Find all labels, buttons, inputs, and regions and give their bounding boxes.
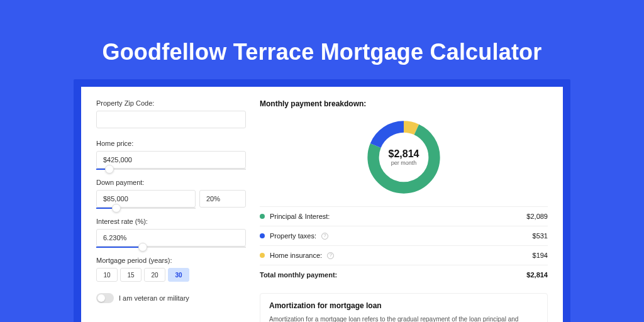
legend-row: Property taxes:?$531 [260, 226, 548, 245]
down-payment-slider-thumb[interactable] [112, 204, 121, 213]
legend-dot [260, 214, 265, 219]
calculator-card: Property Zip Code: Home price: Down paym… [81, 87, 563, 322]
home-price-slider-thumb[interactable] [105, 165, 114, 174]
legend-label: Principal & Interest: [270, 213, 330, 220]
legend-total-label: Total monthly payment: [260, 271, 337, 279]
interest-rate-group: Interest rate (%): [96, 218, 246, 248]
amortization-title: Amortization for mortgage loan [269, 301, 538, 310]
legend-dot [260, 253, 265, 258]
period-option-30[interactable]: 30 [168, 268, 189, 282]
form-column: Property Zip Code: Home price: Down paym… [96, 99, 246, 322]
zip-input[interactable] [96, 111, 246, 128]
legend-label: Home insurance: [270, 252, 322, 259]
interest-rate-slider-thumb[interactable] [138, 243, 147, 252]
home-price-group: Home price: [96, 140, 246, 170]
period-option-10[interactable]: 10 [96, 268, 118, 282]
interest-rate-input[interactable] [96, 229, 246, 247]
interest-rate-slider[interactable] [96, 247, 246, 248]
legend-total-value: $2,814 [526, 271, 548, 279]
zip-label: Property Zip Code: [96, 99, 246, 107]
donut-amount: $2,814 [389, 148, 419, 160]
breakdown-column: Monthly payment breakdown: $2,814 per mo… [260, 99, 548, 322]
info-icon[interactable]: ? [321, 233, 328, 240]
donut-chart: $2,814 per month [364, 117, 444, 197]
veteran-toggle-knob [97, 294, 105, 302]
breakdown-title: Monthly payment breakdown: [260, 99, 548, 108]
period-group: Mortgage period (years): 10152030 [96, 257, 246, 282]
period-option-15[interactable]: 15 [120, 268, 142, 282]
interest-rate-slider-fill [96, 247, 143, 248]
legend-row: Principal & Interest:$2,089 [260, 207, 548, 226]
donut-wrap: $2,814 per month [260, 117, 548, 197]
veteran-label: I am veteran or military [119, 294, 189, 302]
down-payment-group: Down payment: [96, 179, 246, 209]
veteran-toggle[interactable] [96, 293, 114, 303]
interest-rate-label: Interest rate (%): [96, 218, 246, 225]
down-payment-label: Down payment: [96, 179, 246, 186]
period-label: Mortgage period (years): [96, 257, 246, 264]
zip-group: Property Zip Code: [96, 99, 246, 128]
home-price-slider[interactable] [96, 169, 246, 170]
legend-label: Property taxes: [270, 232, 316, 240]
down-payment-input[interactable] [96, 190, 196, 208]
legend-value: $2,089 [526, 213, 548, 220]
legend-value: $194 [533, 252, 548, 259]
down-payment-pct-input[interactable] [199, 190, 246, 208]
amortization-text: Amortization for a mortgage loan refers … [269, 315, 538, 322]
outer-panel: Property Zip Code: Home price: Down paym… [74, 79, 570, 322]
legend-value: $531 [533, 232, 548, 240]
home-price-input[interactable] [96, 151, 246, 169]
legend-row: Home insurance:?$194 [260, 246, 548, 265]
period-options: 10152030 [96, 268, 246, 282]
donut-sub: per month [391, 160, 417, 166]
veteran-row: I am veteran or military [96, 293, 246, 303]
amortization-box: Amortization for mortgage loan Amortizat… [260, 293, 548, 322]
donut-center: $2,814 per month [364, 117, 444, 197]
page-title: Goodfellow Terrace Mortgage Calculator [0, 0, 644, 79]
info-icon[interactable]: ? [327, 252, 334, 259]
legend-total-row: Total monthly payment:$2,814 [260, 265, 548, 284]
home-price-label: Home price: [96, 140, 246, 147]
period-option-20[interactable]: 20 [144, 268, 165, 282]
legend: Principal & Interest:$2,089Property taxe… [260, 206, 548, 284]
legend-dot [260, 233, 265, 238]
down-payment-slider[interactable] [96, 208, 196, 209]
